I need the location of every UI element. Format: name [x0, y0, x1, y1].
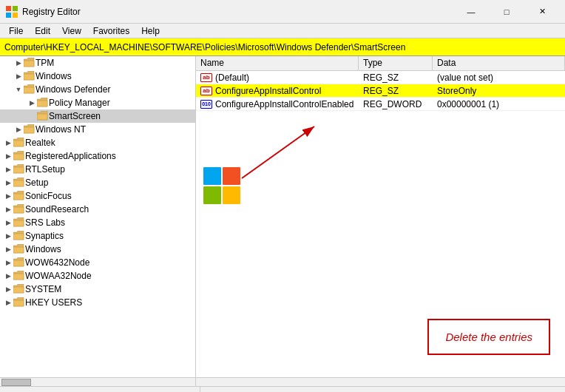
tree-expander-smartscreen[interactable] — [27, 111, 37, 121]
tree-item-windows2[interactable]: ▶ Windows — [0, 243, 195, 256]
window-controls: — □ ✕ — [454, 4, 559, 19]
tree-expander-wowaa32[interactable]: ▶ — [3, 271, 13, 281]
address-path: Computer\HKEY_LOCAL_MACHINE\SOFTWARE\Pol… — [4, 42, 405, 53]
col-header-name: Name — [196, 56, 359, 70]
tree-item-hkey-users[interactable]: ▶ HKEY USERS — [0, 296, 195, 309]
tree-expander-soundresearch[interactable]: ▶ — [3, 204, 13, 214]
svg-rect-0 — [6, 6, 11, 11]
tree-expander-rtlsetup[interactable]: ▶ — [3, 164, 13, 175]
svg-rect-1 — [13, 6, 18, 11]
tree-scroll[interactable]: ▶ TPM ▶ Windows ▼ Windows Defender ▶ Pol… — [0, 56, 195, 377]
menu-bar: File Edit View Favorites Help — [0, 24, 565, 38]
tree-item-wow6432[interactable]: ▶ WOW6432Node — [0, 256, 195, 269]
tree-expander-sonicfocus[interactable]: ▶ — [3, 191, 13, 201]
values-header: Name Type Data — [196, 56, 565, 71]
tree-expander-policy-manager[interactable]: ▶ — [27, 98, 37, 108]
tree-item-wowaa32[interactable]: ▶ WOWAA32Node — [0, 269, 195, 283]
tree-label-synaptics: Synaptics — [25, 231, 64, 241]
tree-item-setup[interactable]: ▶ Setup — [0, 176, 195, 189]
tree-item-windows-defender[interactable]: ▼ Windows Defender — [0, 83, 195, 96]
tree-label-policy-manager: Policy Manager — [49, 98, 110, 108]
value-data-default: (value not set) — [433, 72, 565, 84]
minimize-button[interactable]: — — [454, 4, 488, 19]
tree-item-windows[interactable]: ▶ Windows — [0, 70, 195, 83]
tree-item-sonicfocus[interactable]: ▶ SonicFocus — [0, 189, 195, 203]
hscroll-left[interactable] — [0, 378, 196, 386]
reg-sz-icon-default: ab — [200, 73, 212, 82]
tree-item-smartscreen[interactable]: SmartScreen — [0, 109, 195, 123]
tree-expander-hkey-users[interactable]: ▶ — [3, 297, 13, 308]
tree-label-registered-apps: RegisteredApplications — [25, 151, 116, 161]
folder-icon-wowaa32 — [13, 271, 25, 281]
menu-favorites[interactable]: Favorites — [87, 24, 135, 38]
tree-item-rtlsetup[interactable]: ▶ RTLSetup — [0, 163, 195, 176]
menu-view[interactable]: View — [56, 24, 87, 38]
hscroll-thumb-left[interactable] — [1, 379, 31, 386]
col-header-type: Type — [359, 56, 433, 70]
value-row-configure-app-install-control[interactable]: ab ConfigureAppInstallControl REG_SZ Sto… — [196, 84, 565, 98]
folder-icon-policy-manager — [37, 98, 49, 108]
menu-help[interactable]: Help — [135, 24, 166, 38]
folder-icon-smartscreen — [37, 111, 49, 121]
folder-icon-rtlsetup — [13, 164, 25, 175]
folder-icon-tpm — [24, 58, 35, 68]
tree-item-tpm[interactable]: ▶ TPM — [0, 56, 195, 70]
tree-expander-tpm[interactable]: ▶ — [13, 58, 24, 68]
tree-label-soundresearch: SoundResearch — [25, 204, 89, 214]
folder-icon-windows — [24, 71, 35, 81]
tree-expander-synaptics[interactable]: ▶ — [3, 231, 13, 241]
tree-item-policy-manager[interactable]: ▶ Policy Manager — [0, 96, 195, 109]
app-title: Registry Editor — [22, 7, 454, 17]
tree-expander-wow6432[interactable]: ▶ — [3, 257, 13, 268]
tree-expander-registered-apps[interactable]: ▶ — [3, 151, 13, 161]
tree-label-windows-defender: Windows Defender — [35, 84, 110, 95]
value-type-configure-app: REG_SZ — [359, 85, 433, 97]
folder-icon-realtek — [13, 138, 25, 148]
status-bar — [0, 386, 565, 392]
address-bar[interactable]: Computer\HKEY_LOCAL_MACHINE\SOFTWARE\Pol… — [0, 38, 565, 56]
tree-label-setup: Setup — [25, 178, 48, 188]
tree-expander-realtek[interactable]: ▶ — [3, 138, 13, 148]
maximize-button[interactable]: □ — [490, 4, 524, 19]
folder-icon-setup — [13, 178, 25, 188]
value-type-configure-app-enabled: REG_DWORD — [359, 98, 433, 110]
folder-icon-windows-defender — [24, 84, 35, 95]
tree-expander-windows-defender[interactable]: ▼ — [13, 84, 24, 95]
tree-item-srs-labs[interactable]: ▶ SRS Labs — [0, 216, 195, 229]
reg-dword-icon-configure-app-enabled: 010 — [200, 100, 212, 109]
folder-icon-windows-nt — [24, 124, 35, 135]
value-name-configure-app: ab ConfigureAppInstallControl — [196, 85, 359, 97]
tree-label-wow6432: WOW6432Node — [25, 257, 89, 268]
hscroll-right[interactable] — [196, 378, 565, 386]
folder-icon-system — [13, 284, 25, 294]
tree-item-system[interactable]: ▶ SYSTEM — [0, 283, 195, 296]
col-header-data: Data — [433, 56, 565, 70]
tree-item-registered-apps[interactable]: ▶ RegisteredApplications — [0, 149, 195, 163]
hscroll-bar[interactable] — [0, 377, 565, 386]
tree-expander-system[interactable]: ▶ — [3, 284, 13, 294]
close-button[interactable]: ✕ — [525, 4, 559, 19]
value-row-default[interactable]: ab (Default) REG_SZ (value not set) — [196, 71, 565, 84]
tree-expander-windows2[interactable]: ▶ — [3, 244, 13, 254]
tree-item-synaptics[interactable]: ▶ Synaptics — [0, 229, 195, 243]
tree-expander-setup[interactable]: ▶ — [3, 178, 13, 188]
app-icon — [6, 6, 18, 18]
values-scroll[interactable]: ab (Default) REG_SZ (value not set) ab C… — [196, 71, 565, 377]
menu-file[interactable]: File — [3, 24, 29, 38]
tree-expander-windows-nt[interactable]: ▶ — [13, 124, 24, 135]
main-content: ▶ TPM ▶ Windows ▼ Windows Defender ▶ Pol… — [0, 56, 565, 377]
value-row-configure-app-enabled[interactable]: 010 ConfigureAppInstallControlEnabled RE… — [196, 98, 565, 111]
tree-item-soundresearch[interactable]: ▶ SoundResearch — [0, 203, 195, 216]
value-data-configure-app: StoreOnly — [433, 85, 565, 97]
tree-expander-srs-labs[interactable]: ▶ — [3, 217, 13, 228]
tree-item-windows-nt[interactable]: ▶ Windows NT — [0, 123, 195, 136]
tree-label-smartscreen: SmartScreen — [49, 111, 101, 121]
status-left — [4, 387, 200, 392]
menu-edit[interactable]: Edit — [29, 24, 56, 38]
folder-icon-registered-apps — [13, 151, 25, 161]
tree-label-windows2: Windows — [25, 244, 61, 254]
folder-icon-soundresearch — [13, 204, 25, 214]
svg-rect-3 — [13, 13, 18, 18]
tree-item-realtek[interactable]: ▶ Realtek — [0, 136, 195, 149]
tree-expander-windows[interactable]: ▶ — [13, 71, 24, 81]
